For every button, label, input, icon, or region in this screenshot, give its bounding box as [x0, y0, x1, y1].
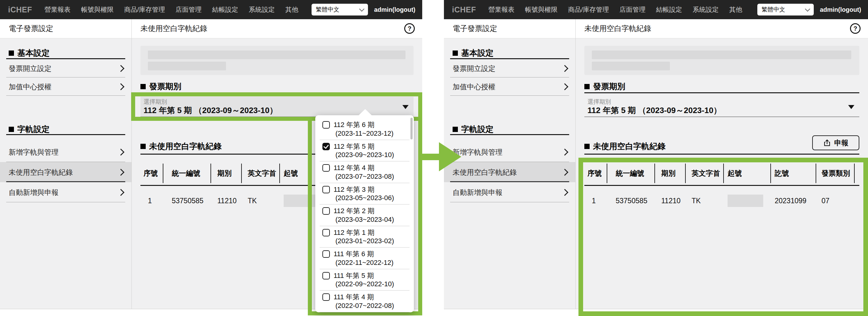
admin-logout-link[interactable]: admin(logout)	[374, 6, 415, 13]
nav-item-store-management[interactable]: 店面管理	[619, 5, 645, 14]
column-header-start-no: 起號	[724, 162, 771, 185]
redacted-text-bar	[592, 62, 670, 70]
dropdown-option-period-5-111[interactable]: 111 年第 5 期(2022-09~2022-10)	[320, 269, 409, 291]
nav-item-accounts-permissions[interactable]: 帳號與權限	[525, 5, 558, 14]
sidebar-item-label: 加值中心授權	[9, 82, 52, 91]
sidebar-item-auto-add-and-report[interactable]: 自動新增與申報	[444, 182, 576, 202]
sidebar-section-basic-settings: 基本設定	[9, 48, 50, 59]
dropdown-option-period-1-112[interactable]: 112 年第 1 期(2023-01~2023-02)	[320, 226, 409, 248]
column-header-seq: 序號	[584, 162, 607, 185]
redacted-text-bar	[148, 62, 226, 70]
sidebar-item-auto-add-and-report[interactable]: 自動新增與申報	[0, 182, 131, 202]
green-arrow-shaft	[421, 154, 440, 160]
checkbox-icon[interactable]	[322, 272, 330, 279]
nav-item-sales-reports[interactable]: 營業報表	[44, 5, 71, 14]
nav-item-other[interactable]: 其他	[729, 5, 742, 14]
nav-item-product-inventory[interactable]: 商品/庫存管理	[124, 5, 165, 14]
language-select[interactable]: 繁體中文	[312, 4, 368, 15]
redacted-text-bar	[148, 51, 405, 59]
sidebar-item-unused-blank-track-records[interactable]: 未使用空白字軌紀錄	[444, 162, 576, 182]
report-button[interactable]: 申報	[812, 135, 859, 150]
help-icon[interactable]: ?	[850, 23, 861, 34]
cell-period: 11210	[211, 186, 242, 216]
sidebar-title: 電子發票設定	[0, 19, 131, 38]
language-select[interactable]: 繁體中文	[757, 4, 814, 15]
dropdown-option-period-2-112[interactable]: 112 年第 2 期(2023-03~2023-04)	[320, 204, 409, 226]
checkbox-icon[interactable]	[322, 207, 330, 215]
checkbox-icon[interactable]	[322, 293, 330, 301]
nav-item-product-inventory[interactable]: 商品/庫存管理	[568, 5, 609, 14]
dropdown-option-period-6-112[interactable]: 112 年第 6 期(2023-11~2023-12)	[320, 118, 409, 140]
nav-item-checkout-settings[interactable]: 結帳設定	[656, 5, 682, 14]
main-nav: 營業報表 帳號與權限 商品/庫存管理 店面管理 結帳設定 系統設定 其他	[44, 5, 312, 14]
sidebar-item-value-center-authorization[interactable]: 加值中心授權	[0, 77, 131, 96]
report-button-label: 申報	[834, 138, 848, 148]
cell-prefix: TK	[686, 186, 724, 216]
dropdown-option-period-5-112[interactable]: 112 年第 5 期(2023-09~2023-10)	[320, 140, 409, 162]
nav-item-sales-reports[interactable]: 營業報表	[489, 5, 515, 14]
checkbox-icon[interactable]	[322, 229, 330, 236]
table-header-row: 序號 統一編號 期別 英文字首 起號 訖號 發票類別	[584, 162, 859, 186]
sidebar-title: 電子發票設定	[444, 19, 576, 38]
chevron-down-icon	[805, 6, 810, 11]
section-divider	[141, 92, 413, 93]
checkbox-icon[interactable]	[322, 186, 330, 193]
dropdown-scrollbar[interactable]	[410, 118, 413, 139]
sidebar-section-track-settings: 字軌設定	[9, 124, 50, 135]
sidebar-item-add-track-management[interactable]: 新增字軌與管理	[0, 142, 131, 162]
chevron-right-icon	[118, 168, 125, 176]
sidebar-item-unused-blank-track-records[interactable]: 未使用空白字軌紀錄	[0, 162, 131, 182]
sidebar-item-value-center-authorization[interactable]: 加值中心授權	[444, 77, 576, 96]
dropdown-arrow-icon	[848, 105, 855, 109]
dropdown-caret	[359, 109, 372, 116]
settings-sidebar: 電子發票設定 基本設定 發票開立設定 加值中心授權 字軌設定 新增字軌與管理 未…	[444, 19, 576, 309]
nav-item-store-management[interactable]: 店面管理	[176, 5, 202, 14]
settings-sidebar: 電子發票設定 基本設定 發票開立設定 加值中心授權 字軌設定 新增字軌與管理 未…	[0, 19, 132, 309]
period-select[interactable]: 選擇期別 112 年第 5 期 （2023-09～2023-10）	[584, 97, 859, 117]
cell-end-no: 20231099	[771, 186, 816, 216]
cell-seq: 1	[141, 186, 163, 216]
redacted-text-bar	[592, 51, 851, 59]
nav-item-system-settings[interactable]: 系統設定	[249, 5, 275, 14]
chevron-right-icon	[118, 65, 125, 72]
page-title: 未使用空白字軌紀錄	[132, 19, 422, 38]
nav-item-other[interactable]: 其他	[285, 5, 298, 14]
redacted-cell	[727, 195, 763, 207]
screenshot-panel-after: iCHEF 營業報表 帳號與權限 商品/庫存管理 店面管理 結帳設定 系統設定 …	[444, 0, 868, 309]
checkbox-checked-icon[interactable]	[322, 143, 330, 150]
redacted-info-box	[141, 46, 413, 75]
nav-item-accounts-permissions[interactable]: 帳號與權限	[81, 5, 114, 14]
redacted-info-box	[584, 46, 859, 75]
chevron-right-icon	[118, 189, 125, 196]
page-title: 未使用空白字軌紀錄	[576, 19, 868, 38]
period-select[interactable]: 選擇期別 112 年第 5 期 （2023-09～2023-10）	[141, 97, 413, 117]
sidebar-item-label: 發票開立設定	[453, 64, 495, 73]
sidebar-section-track-settings: 字軌設定	[453, 124, 494, 135]
dropdown-option-period-4-111[interactable]: 111 年第 4 期(2022-07~2022-08)	[320, 291, 409, 312]
option-label: 112 年第 1 期(2023-01~2023-02)	[334, 228, 394, 248]
nav-item-system-settings[interactable]: 系統設定	[692, 5, 719, 14]
dropdown-option-period-6-111[interactable]: 111 年第 6 期(2022-11~2022-12)	[320, 248, 409, 269]
section-divider	[450, 134, 569, 135]
checkbox-icon[interactable]	[322, 250, 330, 258]
nav-item-checkout-settings[interactable]: 結帳設定	[212, 5, 238, 14]
option-label: 112 年第 5 期(2023-09~2023-10)	[334, 142, 394, 161]
sidebar-item-add-track-management[interactable]: 新增字軌與管理	[444, 142, 576, 162]
checkbox-icon[interactable]	[322, 164, 330, 171]
green-arrow-head-icon	[439, 142, 461, 171]
period-dropdown-menu: 112 年第 6 期(2023-11~2023-12) 112 年第 5 期(2…	[315, 115, 414, 312]
ichef-logo: iCHEF	[452, 5, 476, 14]
checkbox-icon[interactable]	[322, 121, 330, 129]
chevron-right-icon	[118, 148, 125, 156]
chevron-down-icon	[359, 6, 364, 11]
help-icon[interactable]: ?	[404, 23, 415, 34]
chevron-right-icon	[561, 65, 568, 72]
option-label: 112 年第 2 期(2023-03~2023-04)	[334, 207, 394, 226]
dropdown-option-period-4-112[interactable]: 112 年第 4 期(2023-07~2023-08)	[320, 161, 409, 183]
admin-logout-link[interactable]: admin(logout)	[820, 6, 861, 13]
dropdown-option-period-3-112[interactable]: 112 年第 3 期(2023-05~2023-06)	[320, 183, 409, 205]
sidebar-item-invoice-issue-settings[interactable]: 發票開立設定	[444, 59, 576, 77]
chevron-right-icon	[561, 189, 568, 196]
section-heading-unused-records: 未使用空白字軌紀錄	[584, 141, 665, 152]
sidebar-item-invoice-issue-settings[interactable]: 發票開立設定	[0, 59, 131, 77]
